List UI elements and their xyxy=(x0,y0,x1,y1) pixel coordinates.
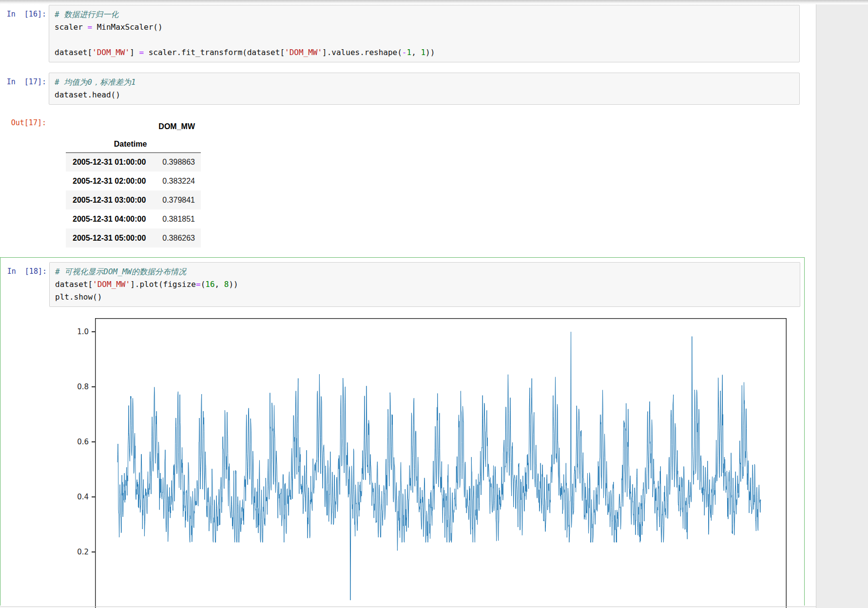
table-column-header-row: DOM_MW xyxy=(66,117,201,136)
code-token-pl: )) xyxy=(425,48,435,57)
code-token-num: 1 xyxy=(421,48,425,57)
table-row: 2005-12-31 03:00:000.379841 xyxy=(66,190,201,209)
table-row: 2005-12-31 01:00:000.398863 xyxy=(66,152,201,171)
code-token-pl: ].values.reshape( xyxy=(322,48,402,57)
code-input-16[interactable]: # 数据进行归一化scaler = MinMaxScaler() dataset… xyxy=(49,5,800,62)
code-token-op: = xyxy=(139,48,144,57)
row-index-cell: 2005-12-31 03:00:00 xyxy=(66,190,153,209)
code-token-num: 16 xyxy=(205,280,214,289)
y-tick-label: 1.0 xyxy=(67,327,89,336)
code-token-pl: dataset[ xyxy=(55,48,92,57)
y-tick-label: 0.6 xyxy=(67,437,89,446)
code-line xyxy=(55,34,794,46)
code-token-pl: )) xyxy=(229,280,238,289)
input-prompt-16: In [16]: xyxy=(0,5,49,20)
column-header: DOM_MW xyxy=(153,117,201,136)
code-token-pl: scaler.fit_transform(dataset[ xyxy=(144,48,285,57)
row-index-cell: 2005-12-31 01:00:00 xyxy=(66,152,153,171)
code-token-str: 'DOM_MW' xyxy=(285,48,322,57)
y-tick-mark xyxy=(92,551,95,552)
cell-spacer xyxy=(0,62,815,73)
table-index-name-row: Datetime xyxy=(66,136,201,152)
row-value-cell: 0.383224 xyxy=(153,171,201,190)
cell-spacer xyxy=(0,247,815,257)
table-row: 2005-12-31 02:00:000.383224 xyxy=(66,171,201,190)
code-token-pl: scaler xyxy=(55,22,87,32)
matplotlib-figure: 1.00.80.60.40.2 xyxy=(0,318,805,606)
row-value-cell: 0.381851 xyxy=(153,209,201,228)
output-content-17: DOM_MW Datetime 2005-12-31 01:00:000.398… xyxy=(49,115,815,247)
dataframe-table: DOM_MW Datetime 2005-12-31 01:00:000.398… xyxy=(66,117,201,247)
code-token-pl: dataset[ xyxy=(55,280,93,289)
code-token-num: 1 xyxy=(406,48,411,57)
code-token-com: # 可视化显示DOM_MW的数据分布情况 xyxy=(55,267,186,276)
dom-mw-series-line xyxy=(117,332,761,600)
code-input-17[interactable]: # 均值为0，标准差为1dataset.head() xyxy=(49,73,800,105)
row-value-cell: 0.386263 xyxy=(153,228,201,247)
code-token-num: 8 xyxy=(224,280,229,289)
code-token-com: # 均值为0，标准差为1 xyxy=(55,77,136,87)
code-cell-16: In [16]: # 数据进行归一化scaler = MinMaxScaler(… xyxy=(0,5,815,62)
code-token-pl: , xyxy=(411,48,421,57)
row-index-cell: 2005-12-31 05:00:00 xyxy=(66,228,153,247)
code-token-pl: ] xyxy=(130,48,139,57)
code-token-com: # 数据进行归一化 xyxy=(55,10,118,19)
code-token-pl: plt.show() xyxy=(55,292,102,302)
row-value-cell: 0.379841 xyxy=(153,190,201,209)
y-tick-mark xyxy=(92,441,95,442)
code-token-str: 'DOM_MW' xyxy=(93,280,130,289)
code-line: dataset.head() xyxy=(55,89,794,101)
input-prompt-17: In [17]: xyxy=(0,73,49,88)
index-name: Datetime xyxy=(66,136,153,152)
code-line: plt.show() xyxy=(55,291,794,304)
notebook-area: In [16]: # 数据进行归一化scaler = MinMaxScaler(… xyxy=(0,0,815,606)
y-tick-mark xyxy=(92,496,95,497)
code-token-pl: ].plot(figsize xyxy=(130,280,196,289)
code-line: # 可视化显示DOM_MW的数据分布情况 xyxy=(55,266,794,278)
output-prompt-17: Out[17]: xyxy=(0,115,49,247)
code-line: # 数据进行归一化 xyxy=(55,8,794,21)
row-value-cell: 0.398863 xyxy=(153,152,201,171)
output-area-17: Out[17]: DOM_MW Datetime 2005-12-31 01:0… xyxy=(0,115,815,247)
viewport-bottom-edge xyxy=(0,607,816,607)
page-right-gutter xyxy=(816,0,868,608)
table-row: 2005-12-31 05:00:000.386263 xyxy=(66,228,201,247)
code-line: scaler = MinMaxScaler() xyxy=(55,21,794,34)
code-input-18[interactable]: # 可视化显示DOM_MW的数据分布情况dataset['DOM_MW'].pl… xyxy=(49,262,800,307)
code-line: # 均值为0，标准差为1 xyxy=(55,76,794,89)
window-top-shadow xyxy=(0,0,868,4)
y-tick-label: 0.2 xyxy=(67,548,89,556)
code-cell-17: In [17]: # 均值为0，标准差为1dataset.head() xyxy=(0,73,815,105)
code-line: dataset['DOM_MW'] = scaler.fit_transform… xyxy=(55,46,794,59)
table-row: 2005-12-31 04:00:000.381851 xyxy=(66,209,201,228)
y-tick-label: 0.8 xyxy=(67,382,89,391)
code-token-str: 'DOM_MW' xyxy=(92,48,130,57)
row-index-cell: 2005-12-31 04:00:00 xyxy=(66,209,153,228)
y-tick-mark xyxy=(92,386,95,387)
code-token-op: = xyxy=(87,22,92,32)
code-token-op: = xyxy=(196,280,201,289)
row-index-cell: 2005-12-31 02:00:00 xyxy=(66,171,153,190)
index-name-filler xyxy=(153,136,201,152)
code-token-pl: MinMaxScaler() xyxy=(92,22,163,32)
code-token-pl: dataset.head() xyxy=(55,90,120,99)
code-token-pl: , xyxy=(215,280,224,289)
code-token-pl: ( xyxy=(201,280,206,289)
code-cell-18-selected[interactable]: In [18]: # 可视化显示DOM_MW的数据分布情况dataset['DO… xyxy=(0,257,805,606)
code-line: dataset['DOM_MW'].plot(figsize=(16, 8)) xyxy=(55,278,794,291)
y-tick-mark xyxy=(92,331,95,332)
cell-spacer xyxy=(0,105,815,115)
index-corner-cell xyxy=(66,117,153,136)
input-prompt-18: In [18]: xyxy=(0,262,49,307)
line-chart xyxy=(95,318,787,608)
y-tick-label: 0.4 xyxy=(67,493,89,501)
